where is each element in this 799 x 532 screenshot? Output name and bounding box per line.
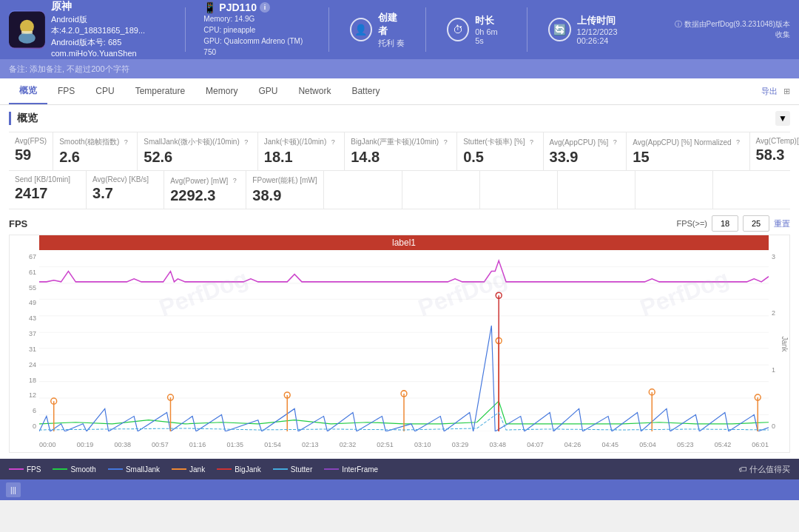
stat-fpower-label: FPower(能耗) [mW] [252, 175, 317, 186]
stat-stutter: Stutter(卡顿率) [%] ? 0.5 [457, 132, 543, 170]
device-icon: 📱 [203, 1, 216, 13]
stat-placeholder-3 [480, 171, 558, 209]
stat-jank-value: 18.1 [264, 149, 338, 166]
upload-icon: 🔄 [548, 18, 570, 41]
stat-avg-fps-label: Avg(FPS) [15, 137, 47, 145]
stat-placeholder-1 [324, 171, 402, 209]
stat-jank-label: Jank(卡顿)(/10min) ? [264, 137, 338, 147]
fps-section: FPS FPS(>=) 重置 PerfDog PerfDog PerfDog l… [9, 215, 790, 453]
y-right-title: Jank [781, 336, 789, 351]
tab-network[interactable]: Network [288, 80, 341, 104]
stat-power-label: Avg(Power) [mW] ? [170, 175, 240, 186]
y-axis-left: 6761554943373124181260 [10, 253, 39, 430]
tab-battery[interactable]: Battery [341, 80, 390, 104]
stat-bigjank-label: BigJank(严重卡顿)(/10min) ? [351, 137, 451, 147]
legend-interframe-line [324, 468, 339, 470]
duration-section: ⏱ 时长 0h 6m 5s [438, 14, 515, 45]
stat-recv: Avg(Recv) [KB/s] 3.7 [87, 171, 164, 209]
reset-button[interactable]: 重置 [774, 218, 790, 229]
legend-bigjank: BigJank [217, 465, 261, 474]
stat-appcpu-value: 33.9 [550, 149, 621, 166]
data-source: ⓘ 数据由PerfDog(9.3.231048)版本收集 [667, 19, 790, 40]
stat-smooth-label: Smooth(稳帧指数) ? [59, 137, 131, 147]
brand-icon: 🏷 [738, 465, 746, 474]
legend-stutter: Stutter [273, 465, 312, 474]
header-divider-1 [185, 7, 186, 52]
stats-row-2: Send [KB/10min] 2417 Avg(Recv) [KB/s] 3.… [9, 171, 790, 209]
stat-ctemp-label: Avg(CTemp)[°C] [756, 137, 799, 145]
legend-interframe: InterFrame [324, 465, 378, 474]
app-name: 原神 [51, 0, 174, 14]
stat-appcpu-norm-value: 15 [633, 149, 743, 166]
brand-label: 什么值得买 [749, 464, 790, 475]
tabs-right: 导出 ⊞ [761, 86, 790, 97]
duration-label: 时长 [475, 14, 506, 27]
header-divider-2 [328, 7, 329, 52]
fps-input-1[interactable] [712, 215, 738, 232]
stat-ctemp: Avg(CTemp)[°C] 58.3 [750, 132, 799, 170]
fps-header: FPS FPS(>=) 重置 [9, 215, 790, 232]
app-icon [9, 10, 45, 49]
section-title: 概览 [9, 112, 38, 125]
stat-placeholder-2 [402, 171, 480, 209]
creator-name: 托利 奏 [378, 38, 405, 49]
tab-gpu[interactable]: GPU [248, 80, 288, 104]
app-info: 原神 Android版本:4.2.0_18831865_189... Andro… [9, 0, 173, 60]
tab-cpu[interactable]: CPU [85, 80, 124, 104]
stat-recv-label: Avg(Recv) [KB/s] [92, 175, 158, 183]
legend-interframe-label: InterFrame [342, 465, 378, 474]
svg-rect-3 [21, 31, 33, 34]
stat-avg-fps: Avg(FPS) 59 [9, 132, 53, 170]
stat-placeholder-5 [636, 171, 713, 209]
tab-fps[interactable]: FPS [47, 80, 85, 104]
stat-bigjank: BigJank(严重卡顿)(/10min) ? 14.8 [345, 132, 457, 170]
legend-smooth-line [53, 468, 67, 470]
fps-line [39, 260, 769, 282]
legend-jank: Jank [172, 465, 205, 474]
stat-bigjank-value: 14.8 [351, 149, 451, 166]
duration-value: 0h 6m 5s [475, 27, 506, 45]
creator-icon: 👤 [350, 18, 372, 41]
notes-bar[interactable]: 备注: 添加备注, 不超过200个字符 [0, 59, 799, 78]
legend-stutter-label: Stutter [291, 465, 312, 474]
stat-ctemp-value: 58.3 [756, 147, 799, 164]
clock-icon: ⏱ [447, 18, 469, 41]
fps-input-2[interactable] [743, 215, 769, 232]
stat-avg-fps-value: 59 [15, 147, 47, 164]
chart-label-bar: label1 [39, 235, 769, 250]
app-android-version: Android版本:4.2.0_18831865_189... [51, 14, 174, 37]
tab-memory[interactable]: Memory [195, 80, 248, 104]
export-icon: ⊞ [783, 87, 790, 96]
device-info: 📱 PJD110 i Memory: 14.9G CPU: pineapple … [198, 1, 316, 58]
creator-label: 创建者 [378, 11, 405, 38]
device-info-icon: i [260, 2, 270, 13]
stat-power-value: 2292.3 [170, 187, 240, 204]
upload-section: 🔄 上传时间 12/12/2023 00:26:24 [539, 14, 655, 45]
pause-button[interactable]: ||| [6, 482, 21, 497]
x-axis: 00:0000:1900:3800:5701:1601:3501:5402:13… [39, 437, 769, 452]
collapse-button[interactable]: ▼ [775, 111, 790, 126]
fps-title: FPS [9, 218, 27, 229]
upload-label: 上传时间 [577, 14, 647, 27]
legend-bar: FPS Smooth SmallJank Jank BigJank Stutte… [0, 459, 799, 479]
stat-stutter-value: 0.5 [463, 149, 536, 166]
stat-send-label: Send [KB/10min] [15, 175, 80, 183]
legend-smooth-label: Smooth [70, 465, 95, 474]
stat-smooth-value: 2.6 [59, 149, 131, 166]
legend-bigjank-label: BigJank [235, 465, 261, 474]
stat-smalljank-value: 52.6 [144, 149, 251, 166]
legend-fps-label: FPS [27, 465, 41, 474]
tab-overview[interactable]: 概览 [9, 78, 47, 104]
app-text: 原神 Android版本:4.2.0_18831865_189... Andro… [51, 0, 174, 60]
export-label[interactable]: 导出 [761, 86, 778, 97]
legend-fps-line [9, 468, 24, 470]
header-divider-3 [425, 7, 426, 52]
legend-smalljank-label: SmallJank [126, 465, 160, 474]
fps-chart-svg [39, 250, 769, 431]
main-content: 概览 ▼ Avg(FPS) 59 Smooth(稳帧指数) ? 2.6 Smal… [0, 105, 799, 459]
stat-recv-value: 3.7 [92, 185, 158, 202]
tab-temperature[interactable]: Temperature [125, 80, 195, 104]
stat-appcpu-norm: Avg(AppCPU) [%] Normalized ? 15 [627, 132, 749, 170]
legend-smalljank: SmallJank [108, 465, 160, 474]
upload-value: 12/12/2023 00:26:24 [577, 27, 647, 45]
